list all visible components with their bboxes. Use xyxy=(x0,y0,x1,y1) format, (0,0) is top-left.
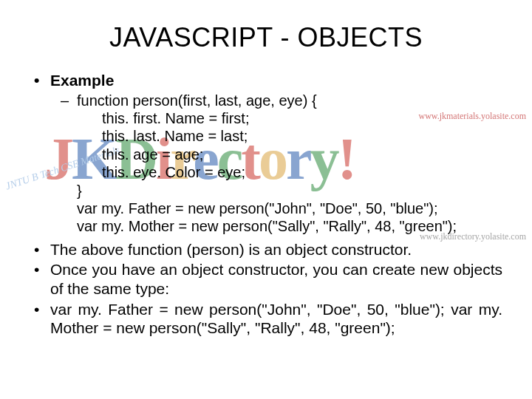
slide-title: JAVASCRIPT - OBJECTS xyxy=(30,22,502,53)
code-line-3: this. age = age; xyxy=(30,146,502,163)
body-text: Example function person(first, last, age… xyxy=(30,71,502,338)
slide-content: JAVASCRIPT - OBJECTS Example function pe… xyxy=(0,0,532,338)
code-line-1: this. first. Name = first; xyxy=(30,109,502,127)
bullet-2: Once you have an object constructor, you… xyxy=(30,260,502,298)
code-fn-close: } xyxy=(30,182,502,200)
code-line-2: this. last. Name = last; xyxy=(30,127,502,145)
bullet-1: The above function (person) is an object… xyxy=(30,240,502,259)
bullet-3: var my. Father = new person("John", "Doe… xyxy=(30,300,502,338)
code-line-4: this. eye. Color = eye; xyxy=(30,163,502,181)
example-label: Example xyxy=(30,71,502,90)
code-fn-open: function person(first, last, age, eye) { xyxy=(30,92,502,109)
code-var-2: var my. Mother = new person("Sally", "Ra… xyxy=(30,217,502,235)
code-var-1: var my. Father = new person("John", "Doe… xyxy=(30,200,502,217)
